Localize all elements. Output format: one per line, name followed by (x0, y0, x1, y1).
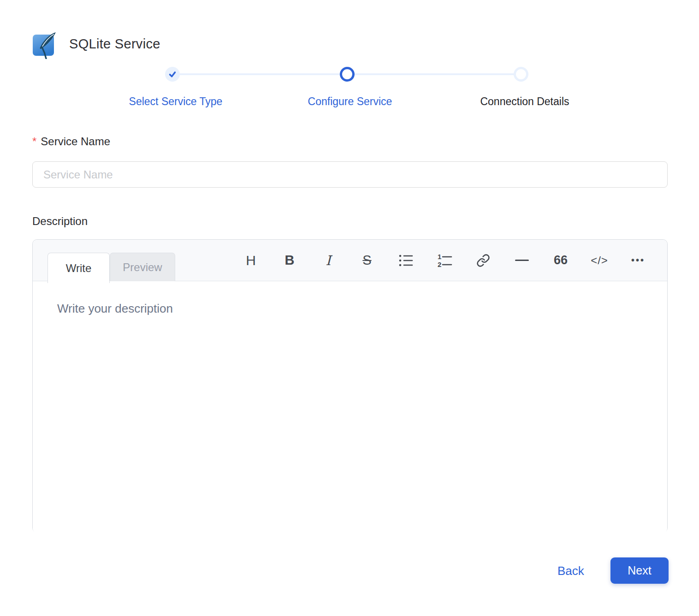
editor-toolbar: Write Preview H B I S (33, 240, 667, 281)
svg-text:2: 2 (438, 261, 441, 268)
bullet-list-icon[interactable] (398, 250, 414, 271)
link-icon[interactable] (475, 250, 491, 271)
strikethrough-icon[interactable]: S (359, 250, 375, 271)
step-indicator-connection-details (514, 67, 528, 82)
step-label-connection-details: Connection Details (480, 95, 569, 108)
service-name-label: *Service Name (32, 135, 110, 148)
svg-text:1: 1 (438, 253, 441, 261)
tab-preview[interactable]: Preview (110, 253, 175, 281)
quote-icon[interactable]: 66 (553, 250, 569, 271)
description-label: Description (32, 215, 88, 228)
horizontal-rule-icon[interactable] (514, 250, 530, 271)
back-button[interactable]: Back (557, 564, 584, 578)
bold-icon[interactable]: B (282, 250, 297, 271)
ordered-list-icon[interactable]: 1 2 (437, 250, 452, 271)
tab-write[interactable]: Write (47, 253, 110, 283)
more-icon[interactable]: ••• (630, 250, 646, 271)
service-name-input[interactable] (32, 161, 668, 188)
toolbar-buttons: H B I S 1 2 (243, 240, 646, 281)
step-label-select-service-type[interactable]: Select Service Type (129, 95, 223, 108)
sqlite-service-wizard: SQLite Service Select Service Type Confi… (0, 0, 699, 616)
code-icon[interactable]: </> (592, 250, 607, 271)
heading-icon[interactable]: H (243, 250, 259, 271)
next-button[interactable]: Next (610, 557, 669, 584)
step-indicator-configure-service (340, 67, 355, 82)
sqlite-logo-icon (32, 32, 56, 59)
check-icon (167, 69, 178, 79)
required-asterisk: * (32, 135, 36, 148)
step-label-configure-service: Configure Service (308, 95, 392, 108)
description-editor: Write Preview H B I S (32, 239, 668, 533)
service-name-label-text: Service Name (41, 135, 110, 148)
step-indicator-select-service-type[interactable] (165, 67, 180, 82)
page-title: SQLite Service (69, 36, 160, 52)
description-textarea[interactable] (33, 281, 667, 533)
italic-icon[interactable]: I (320, 250, 336, 271)
